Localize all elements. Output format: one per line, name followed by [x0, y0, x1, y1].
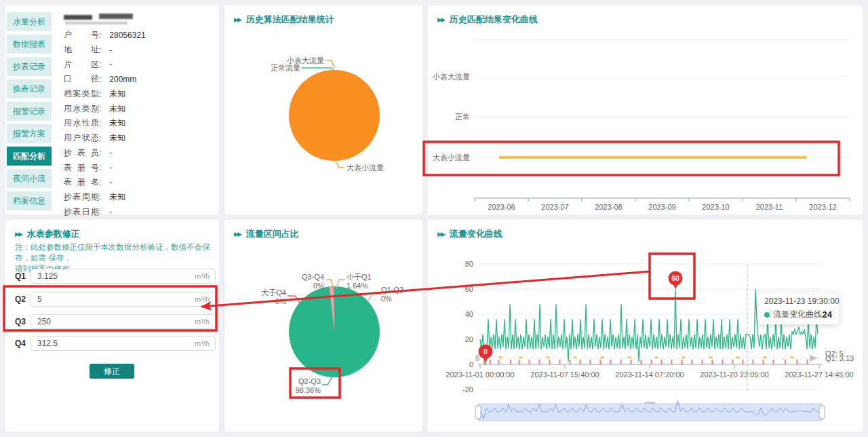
sidebar-item-1[interactable]: 水量分析 — [7, 12, 52, 31]
field-label: 抄表日期 — [64, 206, 99, 218]
colon: : — [99, 60, 101, 69]
field-value: 未知 — [109, 117, 125, 129]
field-value: 未知 — [109, 103, 125, 115]
sidebar-item-6[interactable]: 报警方案 — [7, 124, 52, 143]
svg-text:正常: 正常 — [455, 113, 470, 121]
sidebar-item-9[interactable]: 档案信息 — [7, 191, 52, 210]
svg-text:大于Q4: 大于Q4 — [261, 288, 286, 297]
info-row: 口径:200mm — [64, 72, 216, 87]
sidebar-item-3[interactable]: 抄表记录 — [7, 57, 52, 76]
svg-text:2023-11-07 15:40:00: 2023-11-07 15:40:00 — [530, 370, 599, 379]
svg-text:2023-08: 2023-08 — [595, 203, 622, 211]
svg-text:2023-09: 2023-09 — [648, 203, 675, 211]
field-value: 未知 — [109, 191, 125, 203]
colon: : — [99, 104, 101, 113]
svg-text:-20: -20 — [462, 385, 473, 394]
svg-text:2023-11: 2023-11 — [756, 203, 783, 211]
field-value: 28056321 — [109, 31, 145, 40]
field-value: 200mm — [109, 75, 136, 84]
svg-text:小于Q1: 小于Q1 — [346, 273, 372, 281]
q-label: Q1 — [15, 271, 26, 281]
field-label: 口径 — [64, 73, 99, 85]
fix-button[interactable]: 修正 — [90, 364, 134, 379]
svg-text:2023-07: 2023-07 — [541, 203, 568, 211]
info-row: 抄表日期:- — [64, 204, 216, 219]
info-row: 抄表员:- — [64, 146, 216, 161]
info-row: 片区:- — [64, 57, 216, 72]
tooltip-series-name: 流量变化曲线 — [773, 309, 822, 320]
match-stats-pie-chart: 小表大流量正常流量大表小流量 — [224, 5, 422, 214]
svg-text:40: 40 — [465, 310, 473, 318]
panel-title: ▶▶ 水表参数修正 — [15, 228, 80, 240]
q-label: Q4 — [15, 339, 26, 348]
field-value: 未知 — [109, 88, 125, 100]
info-row: 表册名:- — [64, 175, 216, 190]
svg-text:2023-06: 2023-06 — [488, 203, 515, 211]
redaction-smudge — [64, 15, 92, 20]
svg-text:2023-11-27 14:45:00: 2023-11-27 14:45:00 — [785, 370, 853, 379]
field-label: 用户状态 — [64, 132, 99, 144]
sidebar-item-5[interactable]: 报警记录 — [7, 102, 52, 121]
field-value: - — [109, 178, 112, 187]
info-row: 用水性质:未知 — [64, 116, 216, 131]
tooltip-value: 24 — [823, 309, 832, 320]
colon: : — [99, 119, 101, 128]
svg-text:60: 60 — [671, 274, 679, 282]
dashboard-page: 水量分析数据报表抄表记录换表记录报警记录报警方案匹配分析夜间小流档案信息 户号:… — [0, 0, 868, 437]
match-trend-panel: ▶▶ 历史匹配结果变化曲线 小表大流量正常大表小流量2023-062023-07… — [428, 5, 863, 214]
q-row-q3: Q3m³/h — [5, 314, 219, 329]
q3-input[interactable] — [31, 314, 216, 329]
match-stats-panel: ▶▶ 历史算法匹配结果统计 小表大流量正常流量大表小流量 — [224, 5, 422, 214]
svg-text:2023-11-14 07:20:00: 2023-11-14 07:20:00 — [615, 370, 684, 379]
info-row: 抄表周期:未知 — [64, 190, 216, 205]
field-value: - — [109, 163, 112, 172]
info-row: 表册号:- — [64, 160, 216, 175]
field-label: 表册名 — [64, 176, 99, 188]
svg-text:2023-11-20 23:05:00: 2023-11-20 23:05:00 — [700, 370, 768, 379]
info-row: 用水类别:未知 — [64, 101, 216, 116]
svg-text:Q1-Q2: Q1-Q2 — [381, 286, 403, 294]
svg-text:Q2-Q3: Q2-Q3 — [298, 377, 321, 385]
param-fix-panel: ▶▶ 水表参数修正 注：此处参数修正仅限于本次数据分析验证，数值不会保存，如需 … — [5, 220, 219, 432]
sidebar-item-2[interactable]: 数据报表 — [7, 35, 52, 54]
q-label: Q3 — [15, 317, 26, 326]
field-label: 表册号 — [64, 162, 99, 174]
colon: : — [99, 178, 101, 187]
svg-text:0%: 0% — [313, 282, 324, 290]
svg-text:小表大流量: 小表大流量 — [432, 73, 470, 81]
svg-text:正常流量: 正常流量 — [271, 64, 300, 72]
svg-text:20: 20 — [465, 335, 473, 343]
series-dot-icon — [764, 312, 770, 318]
sidebar-item-8[interactable]: 夜间小流 — [7, 169, 52, 188]
svg-text:2023-10: 2023-10 — [702, 203, 729, 211]
info-row: 档案类型:未知 — [64, 87, 216, 102]
q-row-q2: Q2m³/h — [5, 292, 219, 307]
q-label: Q2 — [15, 294, 26, 304]
sidebar-item-7[interactable]: 匹配分析 — [7, 147, 52, 166]
colon: : — [99, 75, 101, 84]
q-row-q4: Q4m³/h — [5, 336, 219, 351]
match-trend-chart: 小表大流量正常大表小流量2023-062023-072023-082023-09… — [428, 5, 863, 214]
svg-text:80: 80 — [465, 260, 473, 268]
user-info-card: 水量分析数据报表抄表记录换表记录报警记录报警方案匹配分析夜间小流档案信息 户号:… — [5, 5, 219, 214]
double-arrow-icon: ▶▶ — [15, 231, 24, 238]
sidebar-item-4[interactable]: 换表记录 — [7, 79, 52, 98]
colon: : — [99, 31, 101, 40]
flow-ratio-pie-chart: Q3-Q40%小于Q11.64%大于Q40%Q1-Q20%Q2-Q398.36% — [224, 220, 422, 432]
field-label: 用水性质 — [64, 117, 99, 129]
svg-text:1.64%: 1.64% — [347, 282, 368, 290]
q1-input[interactable] — [31, 269, 216, 284]
svg-text:2023-12: 2023-12 — [809, 203, 836, 211]
svg-text:98.36%: 98.36% — [296, 386, 321, 394]
colon: : — [99, 207, 101, 216]
datazoom-right-handle — [819, 406, 825, 419]
q2-input[interactable] — [31, 292, 216, 307]
q4-input[interactable] — [31, 336, 216, 351]
svg-text:Q3-Q4: Q3-Q4 — [302, 273, 324, 281]
field-label: 地址 — [64, 44, 99, 56]
sidebar-nav: 水量分析数据报表抄表记录换表记录报警记录报警方案匹配分析夜间小流档案信息 — [7, 12, 53, 210]
field-label: 抄表周期 — [64, 191, 99, 203]
svg-text:0: 0 — [484, 347, 488, 356]
unit-label: m³/h — [195, 272, 210, 280]
unit-label: m³/h — [195, 339, 210, 347]
